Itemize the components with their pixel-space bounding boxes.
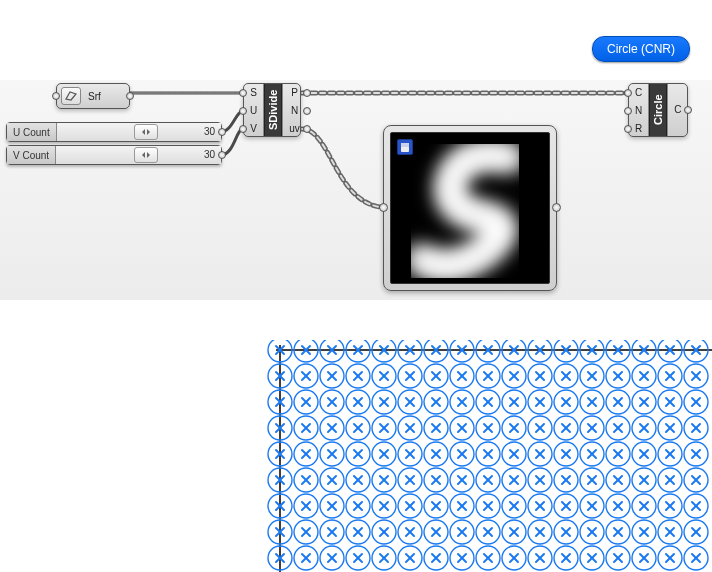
slider-value: 30 <box>204 126 215 137</box>
slider-thumb[interactable] <box>134 124 158 140</box>
sampler-input-grip[interactable] <box>379 203 388 212</box>
grip-icon[interactable] <box>239 89 247 97</box>
grasshopper-canvas[interactable] <box>0 80 712 300</box>
port-c-in[interactable]: C <box>629 84 648 102</box>
grip-icon[interactable] <box>303 107 311 115</box>
grip-icon[interactable] <box>239 107 247 115</box>
component-name: SDivide <box>264 84 282 136</box>
port-r-in[interactable]: R <box>629 120 648 138</box>
grip-icon[interactable] <box>624 125 632 133</box>
slider-track[interactable]: 30 <box>57 123 221 141</box>
save-icon[interactable] <box>397 139 413 155</box>
slider-output-grip[interactable] <box>218 151 226 159</box>
grip-icon[interactable] <box>303 125 311 133</box>
slider-name: V Count <box>7 146 56 164</box>
port-c-out[interactable]: C <box>668 84 687 136</box>
viewport-geometry <box>266 340 712 572</box>
output-ports: C <box>667 84 687 136</box>
port-n-in[interactable]: N <box>629 102 648 120</box>
sampler-s-shape <box>391 133 549 283</box>
component-name: Circle <box>649 84 667 136</box>
param-label: Srf <box>86 88 129 105</box>
output-ports: P N uv <box>282 84 306 136</box>
slider-thumb[interactable] <box>134 147 158 163</box>
port-p[interactable]: P <box>283 84 306 102</box>
u-count-slider[interactable]: U Count 30 <box>6 122 222 142</box>
grip-icon[interactable] <box>239 125 247 133</box>
slider-name: U Count <box>7 123 57 141</box>
surface-icon <box>61 87 81 105</box>
sampler-image <box>390 132 550 284</box>
port-s[interactable]: S <box>244 84 263 102</box>
port-uv[interactable]: uv <box>283 120 306 138</box>
grip-icon[interactable] <box>624 89 632 97</box>
port-u[interactable]: U <box>244 102 263 120</box>
slider-output-grip[interactable] <box>218 128 226 136</box>
input-ports: C N R <box>629 84 649 136</box>
grip-icon[interactable] <box>624 107 632 115</box>
slider-value: 30 <box>204 149 215 160</box>
rhino-viewport[interactable] <box>266 340 712 572</box>
circle-component[interactable]: C N R Circle C <box>628 83 688 137</box>
v-count-slider[interactable]: V Count 30 <box>6 145 222 165</box>
port-v[interactable]: V <box>244 120 263 138</box>
image-sampler-component[interactable] <box>383 125 557 291</box>
component-tooltip: Circle (CNR) <box>592 36 690 62</box>
slider-track[interactable]: 30 <box>56 146 221 164</box>
param-output-grip[interactable] <box>126 92 134 100</box>
sdivide-component[interactable]: S U V SDivide P N uv <box>243 83 301 137</box>
tooltip-text: Circle (CNR) <box>607 42 675 56</box>
port-n[interactable]: N <box>283 102 306 120</box>
grip-icon[interactable] <box>303 89 311 97</box>
input-ports: S U V <box>244 84 264 136</box>
param-input-grip[interactable] <box>52 92 60 100</box>
surface-param[interactable]: Srf <box>56 83 130 109</box>
sampler-output-grip[interactable] <box>552 203 561 212</box>
